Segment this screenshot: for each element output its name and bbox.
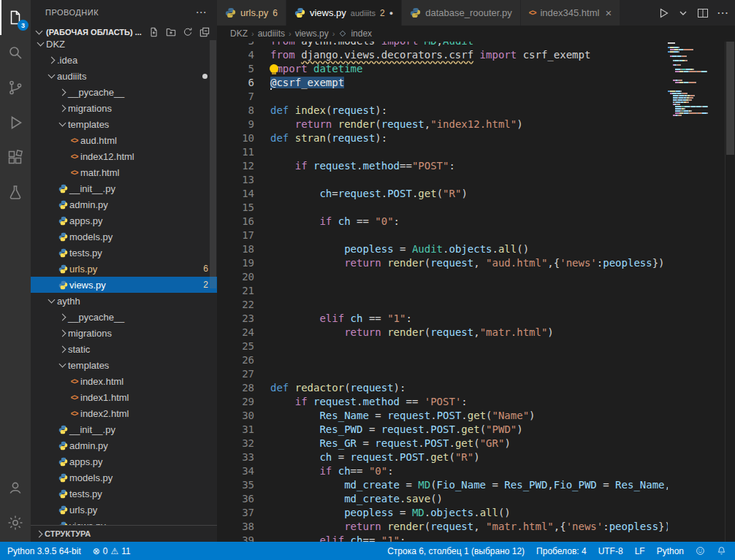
tree-item-label: aythh: [57, 296, 80, 307]
tree-item-static[interactable]: static: [31, 341, 217, 357]
tab-label: index345.html: [540, 7, 599, 18]
tree-item--init-py[interactable]: __init__.py: [31, 421, 217, 437]
breadcrumb-item-index[interactable]: index: [351, 28, 372, 39]
html-file-icon: <>: [71, 169, 78, 177]
workspace-header[interactable]: (РАБОЧАЯ ОБЛАСТЬ) ...: [31, 24, 217, 40]
tree-item-templates[interactable]: templates: [31, 116, 217, 132]
tree-item-admin-py[interactable]: admin.py: [31, 196, 217, 212]
code-line-4: from django.views.decorators.csrf import…: [270, 48, 668, 62]
feedback-icon[interactable]: [690, 542, 711, 560]
tree-item-models-py[interactable]: models.py: [31, 229, 217, 245]
code-line-27: [270, 367, 668, 381]
collapse-all-icon[interactable]: [199, 27, 210, 37]
more-actions-icon[interactable]: ⋯: [717, 9, 729, 17]
tree-item-tests-py[interactable]: tests.py: [31, 486, 217, 502]
tree-item-label: models.py: [69, 231, 113, 242]
tree-item-aud-html[interactable]: <>aud.html: [31, 132, 217, 148]
code-lines[interactable]: from aythh.models import MD,Auditfrom dj…: [267, 42, 668, 542]
tree-item-apps-py[interactable]: apps.py: [31, 453, 217, 469]
tree-item-label: __pycache__: [68, 87, 124, 98]
tree-item-index12-html[interactable]: <>index12.html: [31, 148, 217, 164]
tree-item--idea[interactable]: .idea: [31, 52, 217, 68]
python-interpreter[interactable]: Python 3.9.5 64-bit: [1, 542, 87, 560]
new-file-icon[interactable]: [149, 27, 159, 37]
activity-bar-item-extensions[interactable]: [0, 140, 31, 175]
activity-bar-item-files[interactable]: 3: [0, 0, 31, 35]
tree-item--pycache-[interactable]: __pycache__: [31, 84, 217, 100]
tree-item-audiiits[interactable]: audiiits: [31, 68, 217, 84]
activity-bar-item-run-debug[interactable]: [0, 105, 31, 140]
python-file-icon: [58, 216, 68, 226]
tree-item-aythh[interactable]: aythh: [31, 293, 217, 309]
tree-item-label: migrations: [68, 103, 112, 114]
run-dropdown-icon[interactable]: [677, 7, 689, 19]
close-icon[interactable]: ×: [605, 7, 612, 19]
tree-item-admin-py[interactable]: admin.py: [31, 437, 217, 453]
encoding[interactable]: UTF-8: [593, 542, 629, 560]
dirty-indicator-icon[interactable]: ●: [389, 9, 393, 17]
tree-item-label: urls.py: [69, 505, 97, 515]
sidebar: ПРОВОДНИК ⋯ (РАБОЧАЯ ОБЛАСТЬ) ... DKZ.id…: [31, 0, 217, 542]
activity-bar-item-account[interactable]: [0, 470, 31, 505]
tab-database-roouter-py[interactable]: database_roouter.py: [402, 0, 521, 26]
code-line-5: import datetime: [270, 62, 668, 76]
tree-item-index-html[interactable]: <>index.html: [31, 373, 217, 389]
lightbulb-icon[interactable]: [270, 64, 278, 73]
tree-item-views-py[interactable]: views.py2: [31, 277, 217, 293]
tree-item-index2-html[interactable]: <>index2.html: [31, 405, 217, 421]
new-folder-icon[interactable]: [166, 27, 176, 37]
run-icon[interactable]: [658, 7, 669, 19]
tab-index345-html[interactable]: <>index345.html×: [521, 0, 620, 26]
outline-section-header[interactable]: СТРУКТУРА: [31, 525, 217, 542]
code-line-29: if request.method == 'POST':: [270, 395, 668, 409]
activity-bar-item-testing[interactable]: [0, 175, 31, 210]
tab-urls-py[interactable]: urls.py6: [217, 0, 286, 26]
eol[interactable]: LF: [629, 542, 651, 560]
tree-item-urls-py[interactable]: urls.py: [31, 502, 217, 518]
tree-item-index1-html[interactable]: <>index1.html: [31, 389, 217, 405]
code-line-18: peopless = Audit.objects.all(): [270, 242, 668, 256]
scrollbar-thumb[interactable]: [726, 42, 734, 155]
refresh-icon[interactable]: [183, 27, 193, 37]
python-file-icon: [58, 184, 68, 193]
tree-item-apps-py[interactable]: apps.py: [31, 212, 217, 229]
tree-item-templates[interactable]: templates: [31, 357, 217, 373]
activity-bar-item-settings-gear[interactable]: [0, 505, 31, 540]
breadcrumb-item-views-py[interactable]: views.py: [295, 28, 329, 39]
activity-bar-top: 3: [0, 0, 31, 210]
tree-item--pycache-[interactable]: __pycache__: [31, 309, 217, 325]
python-file-icon: [225, 7, 236, 18]
tree-item-tests-py[interactable]: tests.py: [31, 245, 217, 261]
indentation[interactable]: Пробелов: 4: [530, 542, 593, 560]
sidebar-scrollbar[interactable]: [210, 40, 216, 288]
chevron-right-icon: [57, 315, 68, 320]
cursor-position[interactable]: Строка 6, столбец 1 (выбрано 12): [381, 542, 530, 560]
tree-item-label: tests.py: [69, 488, 102, 499]
split-editor-icon[interactable]: [697, 7, 709, 19]
python-file-icon: [58, 457, 68, 467]
html-file-icon: <>: [71, 137, 78, 145]
tree-item-dkz[interactable]: DKZ: [31, 40, 217, 52]
minimap[interactable]: [668, 42, 725, 542]
tree-item-migrations[interactable]: migrations: [31, 100, 217, 116]
tree-item-matr-html[interactable]: <>matr.html: [31, 164, 217, 180]
problems-indicator[interactable]: ⊗ 0 ⚠ 11: [87, 542, 137, 560]
activity-bar-item-search[interactable]: [0, 35, 31, 70]
activity-bar-item-source-control[interactable]: [0, 70, 31, 105]
tab-views-py[interactable]: views.pyaudiiits2●: [286, 0, 402, 26]
language-mode[interactable]: Python: [651, 542, 690, 560]
code-line-11: [270, 145, 668, 159]
breadcrumb-item-dkz[interactable]: DKZ: [230, 28, 248, 39]
editor[interactable]: 3456789101112131415161718192021222324252…: [217, 42, 735, 542]
breadcrumb-item-audiiits[interactable]: audiiits: [258, 28, 285, 39]
chevron-down-icon: [46, 300, 57, 302]
explorer-badge: 3: [18, 20, 28, 31]
tree-item-models-py[interactable]: models.py: [31, 469, 217, 486]
tree-item-urls-py[interactable]: urls.py6: [31, 261, 217, 277]
editor-scrollbar[interactable]: [725, 42, 735, 542]
symbol-icon: [338, 29, 347, 38]
tree-item-migrations[interactable]: migrations: [31, 325, 217, 341]
more-actions-icon[interactable]: ⋯: [196, 6, 207, 19]
notifications-bell-icon[interactable]: [711, 542, 732, 560]
tree-item--init-py[interactable]: __init__.py: [31, 180, 217, 196]
